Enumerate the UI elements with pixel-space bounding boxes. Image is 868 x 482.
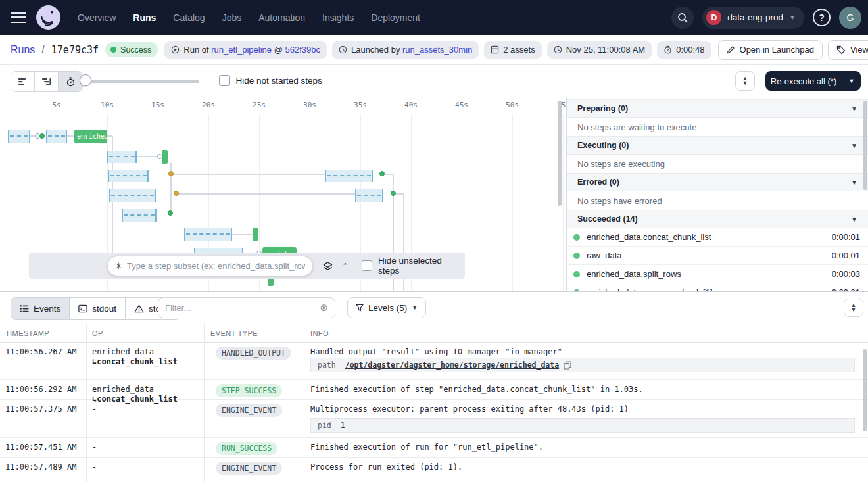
copy-icon[interactable] (564, 361, 571, 370)
step-row[interactable]: enriched_data.split_rows0:00:03 (567, 265, 868, 283)
gantt-bar-pending[interactable] (8, 130, 30, 143)
hide-not-started-checkbox[interactable] (219, 75, 230, 86)
search-icon[interactable] (671, 7, 694, 29)
help-icon[interactable]: ? (813, 9, 831, 26)
filter-input[interactable] (165, 303, 320, 313)
events-resize-button[interactable]: ▲ ▼ (844, 299, 863, 317)
success-dot-icon (573, 253, 580, 259)
event-row[interactable]: 11:00:57.375 AM - ENGINE_EVENT Multiproc… (0, 400, 868, 438)
collapse-icon[interactable]: ⌃ (342, 262, 348, 270)
nav-deployment[interactable]: Deployment (371, 12, 420, 23)
clear-filter-icon[interactable]: ⊗ (320, 302, 328, 314)
layers-icon[interactable] (323, 261, 333, 271)
gantt-bar-pending[interactable] (107, 151, 137, 163)
tag-datetime: Nov 25, 11:00:08 AM (547, 41, 652, 59)
commit-link[interactable]: 562f39bc (285, 45, 320, 55)
gantt-bar-pending[interactable] (122, 209, 157, 222)
section-title: Succeeded (14) (577, 214, 638, 224)
gantt-bar-pending[interactable] (108, 170, 149, 182)
tab-stdout-label: stdout (92, 304, 116, 314)
nav-insights[interactable]: Insights (322, 12, 354, 23)
event-row[interactable]: 11:00:57.451 AM - RUN_SUCCESS Finished e… (0, 438, 868, 458)
menu-icon[interactable] (11, 12, 26, 23)
col-timestamp: TIMESTAMP (5, 329, 49, 337)
nav-automation[interactable]: Automation (258, 12, 305, 23)
event-type-badge: HANDLED_OUTPUT (216, 347, 291, 360)
step-marker-warning (174, 191, 179, 196)
schedule-link[interactable]: run_assets_30min (402, 45, 472, 55)
step-row[interactable]: raw_data0:00:01 (567, 247, 868, 265)
tab-events[interactable]: Events (11, 298, 70, 319)
nav-runs[interactable]: Runs (133, 12, 156, 23)
section-succeeded[interactable]: Succeeded (14)▼ (567, 210, 868, 228)
zoom-slider-track[interactable] (85, 80, 199, 83)
view-tags-config-button[interactable]: View tags and config (828, 40, 868, 60)
event-op: enriched_data↳concat_chunk_list (92, 347, 178, 367)
event-info: Process for run exited (pid: 1). (310, 462, 462, 471)
nav-jobs[interactable]: Jobs (222, 12, 242, 23)
step-marker-warning (168, 171, 174, 176)
primary-nav: Overview Runs Catalog Jobs Automation In… (78, 12, 420, 23)
event-info: Finished execution of run for "run_etl_p… (310, 443, 543, 452)
nav-catalog[interactable]: Catalog (173, 12, 205, 23)
metadata-path-link[interactable]: /opt/dagster/dagster_home/storage/enrich… (345, 360, 559, 370)
gantt-bar-pending[interactable] (184, 228, 232, 241)
flat-view-icon[interactable] (11, 72, 35, 91)
nav-overview[interactable]: Overview (78, 12, 116, 23)
levels-label: Levels (5) (368, 303, 407, 313)
levels-dropdown[interactable]: Levels (5) ▼ (347, 297, 426, 318)
step-row[interactable]: enriched_data.process_chunk [1]0:00:01 (567, 283, 868, 291)
pipeline-link[interactable]: run_etl_pipeline (211, 45, 272, 55)
hide-unselected-checkbox[interactable] (362, 260, 373, 272)
tag-launched-by[interactable]: Launched by run_assets_30min (332, 41, 479, 59)
section-title: Executing (0) (577, 141, 629, 150)
section-title: Errored (0) (577, 178, 619, 187)
waterfall-view-icon[interactable] (35, 72, 59, 91)
open-launchpad-label: Open in Launchpad (740, 45, 814, 55)
event-row[interactable]: 11:00:57.489 AM - ENGINE_EVENT Process f… (0, 458, 868, 482)
event-metadata: pid 1 (310, 418, 855, 433)
timed-view-icon[interactable] (59, 72, 82, 91)
workspace-switcher[interactable]: D data-eng-prod ▼ (702, 7, 804, 29)
gantt-bar-success[interactable] (162, 150, 168, 164)
step-name: raw_data (587, 251, 621, 260)
gantt-bar-success[interactable]: enriche… (74, 130, 107, 143)
terminal-icon (78, 304, 87, 313)
gantt-bar-pending[interactable] (325, 170, 373, 182)
tab-stdout[interactable]: stdout (70, 298, 126, 319)
event-timestamp: 11:00:57.451 AM (5, 443, 76, 452)
section-executing[interactable]: Executing (0)▼ (567, 136, 868, 155)
gantt-scrollbar[interactable] (558, 101, 562, 206)
workspace-name: data-eng-prod (727, 12, 783, 22)
event-row[interactable]: 11:00:56.267 AM enriched_data↳concat_chu… (0, 343, 868, 380)
open-launchpad-button[interactable]: Open in Launchpad (718, 40, 823, 60)
col-event-type: EVENT TYPE (210, 329, 258, 337)
chevron-down-icon: ▼ (851, 216, 857, 223)
tag-run-of[interactable]: Run of run_etl_pipeline @ 562f39bc (164, 41, 327, 59)
events-scrollbar[interactable] (863, 349, 867, 431)
tag-assets[interactable]: 2 assets (484, 41, 541, 59)
zoom-slider-thumb[interactable] (80, 74, 91, 86)
panel-resize-button[interactable]: ▲ ▼ (735, 71, 755, 91)
tag-duration: 0:00:48 (657, 41, 711, 59)
gantt-bar-pending[interactable] (46, 130, 67, 143)
section-errored-empty: No steps have errored (567, 191, 868, 210)
section-errored[interactable]: Errored (0)▼ (567, 173, 868, 191)
section-preparing[interactable]: Preparing (0)▼ (567, 99, 868, 118)
breadcrumb-runs-link[interactable]: Runs (11, 44, 35, 56)
connector-line (396, 193, 403, 195)
warning-icon (134, 304, 144, 313)
chevron-down-icon[interactable]: ▼ (842, 78, 861, 84)
event-row[interactable]: 11:00:56.292 AM enriched_data↳concat_chu… (0, 380, 868, 400)
user-avatar[interactable]: G (839, 7, 861, 29)
reexecute-all-button[interactable]: Re-execute all (*) ▼ (765, 71, 861, 91)
panel-scrollbar[interactable] (863, 101, 867, 190)
step-row[interactable]: enriched_data.concat_chunk_list0:00:01 (567, 228, 868, 247)
dagster-logo-icon[interactable] (36, 5, 60, 30)
axis-tick: 10s (101, 101, 114, 109)
gantt-bar-pending[interactable] (109, 189, 156, 202)
gantt-bar-pending[interactable] (355, 189, 383, 202)
hide-unselected-control: Hide unselected steps (362, 256, 465, 276)
gantt-bar-success[interactable] (253, 228, 258, 241)
step-subset-input[interactable] (127, 261, 305, 271)
